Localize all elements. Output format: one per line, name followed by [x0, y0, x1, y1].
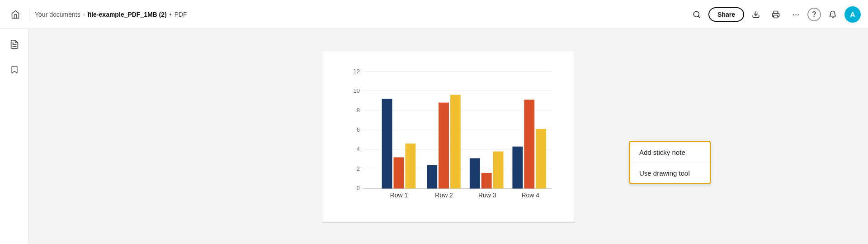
bar-row1-series3 — [405, 144, 415, 188]
search-button[interactable] — [689, 6, 705, 23]
svg-line-1 — [698, 16, 700, 17]
sidebar — [0, 29, 29, 244]
pages-icon[interactable] — [6, 36, 23, 53]
bar-row2-series2 — [439, 102, 449, 188]
help-button[interactable]: ? — [807, 8, 821, 21]
svg-text:8: 8 — [357, 106, 360, 113]
svg-text:Row 1: Row 1 — [390, 191, 408, 199]
breadcrumb-your-documents: Your documents — [35, 11, 80, 18]
bar-row4-series3 — [536, 129, 546, 188]
avatar[interactable]: A — [844, 6, 861, 23]
more-options-button[interactable]: ··· — [788, 6, 804, 23]
header-actions: Share ··· ? A — [689, 6, 861, 23]
svg-text:Row 2: Row 2 — [435, 191, 453, 199]
svg-text:2: 2 — [357, 165, 360, 172]
bar-chart: 12 10 8 6 4 2 0 — [345, 60, 561, 209]
bar-row3-series2 — [481, 172, 492, 188]
breadcrumb-filename: file-example_PDF_1MB (2) — [88, 11, 167, 18]
bar-row1-series2 — [394, 157, 404, 188]
breadcrumb-dot: • — [170, 11, 172, 18]
share-button[interactable]: Share — [708, 7, 744, 22]
context-menu: Add sticky note Use drawing tool — [629, 141, 711, 184]
header-divider — [29, 7, 29, 22]
print-button[interactable] — [768, 6, 784, 23]
bookmark-icon[interactable] — [6, 62, 23, 78]
use-drawing-tool-item[interactable]: Use drawing tool — [630, 163, 710, 183]
bar-row2-series3 — [450, 95, 461, 188]
svg-text:6: 6 — [357, 126, 360, 133]
breadcrumb-filetype: PDF — [175, 11, 187, 18]
svg-text:10: 10 — [353, 87, 359, 94]
main-content: 12 10 8 6 4 2 0 — [29, 29, 868, 244]
home-icon[interactable] — [7, 6, 24, 23]
bar-row2-series1 — [427, 165, 437, 188]
add-sticky-note-item[interactable]: Add sticky note — [630, 142, 710, 163]
svg-rect-3 — [774, 15, 778, 18]
svg-text:12: 12 — [353, 67, 359, 74]
bar-row4-series1 — [512, 146, 523, 188]
breadcrumb: Your documents › file-example_PDF_1MB (2… — [35, 11, 187, 18]
bar-row4-series2 — [524, 100, 534, 188]
download-button[interactable] — [748, 6, 764, 23]
svg-text:Row 3: Row 3 — [478, 191, 496, 199]
svg-text:0: 0 — [357, 185, 360, 191]
bar-row3-series3 — [493, 151, 504, 188]
svg-text:Row 4: Row 4 — [522, 191, 540, 199]
breadcrumb-chevron: › — [83, 11, 85, 18]
notifications-button[interactable] — [825, 6, 841, 23]
bar-row3-series1 — [470, 158, 480, 188]
svg-text:4: 4 — [357, 146, 360, 153]
header: Your documents › file-example_PDF_1MB (2… — [0, 0, 868, 29]
chart-container: 12 10 8 6 4 2 0 — [322, 51, 575, 223]
bar-row1-series1 — [382, 99, 392, 188]
body-wrap: 12 10 8 6 4 2 0 — [0, 29, 868, 244]
